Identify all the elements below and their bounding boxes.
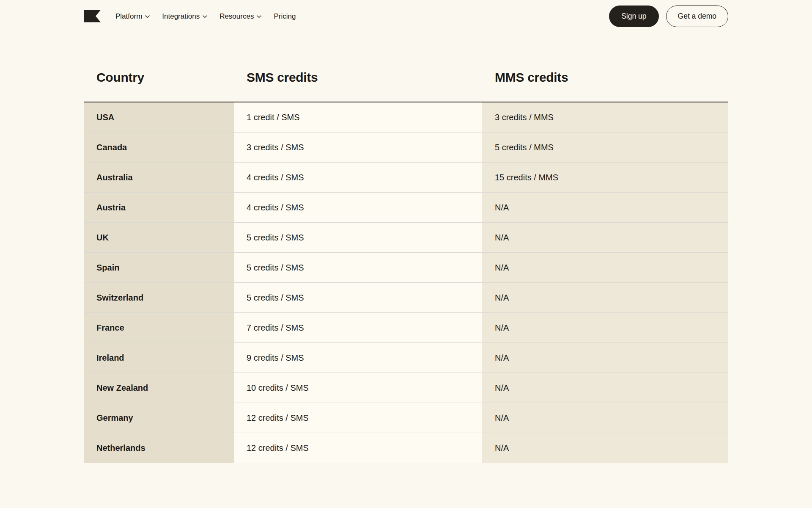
sms-credits-cell: 5 credits / SMS — [234, 223, 482, 252]
mms-credits-cell: N/A — [482, 193, 728, 222]
nav-item-label: Pricing — [274, 13, 296, 20]
table-row: USA 1 credit / SMS 3 credits / MMS — [84, 102, 728, 133]
country-cell: New Zealand — [84, 373, 234, 403]
sms-credits-cell: 1 credit / SMS — [234, 102, 482, 132]
mms-credits-cell: N/A — [482, 343, 728, 373]
mms-credits-cell: N/A — [482, 283, 728, 312]
sms-credits-cell: 12 credits / SMS — [234, 403, 482, 433]
country-cell: UK — [84, 223, 234, 252]
mms-credits-cell: 15 credits / MMS — [482, 163, 728, 192]
country-cell: Switzerland — [84, 283, 234, 312]
table-row: Australia 4 credits / SMS 15 credits / M… — [84, 163, 728, 193]
table-row: Germany 12 credits / SMS N/A — [84, 403, 728, 433]
mms-credits-cell: 5 credits / MMS — [482, 133, 728, 162]
table-row: New Zealand 10 credits / SMS N/A — [84, 373, 728, 403]
page-content: Country SMS credits MMS credits USA 1 cr… — [0, 32, 812, 463]
chevron-down-icon — [145, 15, 150, 18]
mms-credits-cell: N/A — [482, 403, 728, 433]
table-row: UK 5 credits / SMS N/A — [84, 223, 728, 253]
table-header-row: Country SMS credits MMS credits — [84, 32, 728, 102]
table-row: Ireland 9 credits / SMS N/A — [84, 343, 728, 373]
country-cell: Netherlands — [84, 433, 234, 463]
sms-credits-cell: 7 credits / SMS — [234, 313, 482, 342]
top-navigation: Platform Integrations Resources Pricing … — [0, 0, 812, 32]
sms-credits-cell: 5 credits / SMS — [234, 283, 482, 312]
table-row: France 7 credits / SMS N/A — [84, 313, 728, 343]
main-nav: Platform Integrations Resources Pricing — [115, 13, 296, 20]
header-column-divider — [234, 67, 234, 84]
nav-actions: Sign up Get a demo — [609, 6, 728, 27]
brand-flag-logo-icon[interactable] — [84, 10, 101, 22]
country-cell: Germany — [84, 403, 234, 433]
mms-credits-cell: N/A — [482, 373, 728, 403]
chevron-down-icon — [203, 15, 207, 18]
country-cell: Spain — [84, 253, 234, 282]
table-body: USA 1 credit / SMS 3 credits / MMS Canad… — [84, 102, 728, 463]
sms-credits-cell: 9 credits / SMS — [234, 343, 482, 373]
country-cell: France — [84, 313, 234, 342]
sms-credits-cell: 12 credits / SMS — [234, 433, 482, 463]
sms-credits-cell: 4 credits / SMS — [234, 193, 482, 222]
mms-credits-cell: N/A — [482, 223, 728, 252]
country-cell: Ireland — [84, 343, 234, 373]
nav-item-label: Platform — [115, 13, 142, 20]
mms-credits-cell: N/A — [482, 253, 728, 282]
get-demo-button[interactable]: Get a demo — [666, 6, 728, 27]
nav-item-platform[interactable]: Platform — [115, 13, 150, 20]
nav-item-label: Resources — [219, 13, 254, 20]
table-row: Austria 4 credits / SMS N/A — [84, 193, 728, 223]
sms-credits-cell: 3 credits / SMS — [234, 133, 482, 162]
country-cell: Austria — [84, 193, 234, 222]
table-row: Canada 3 credits / SMS 5 credits / MMS — [84, 133, 728, 163]
nav-item-resources[interactable]: Resources — [219, 13, 261, 20]
sms-credits-cell: 4 credits / SMS — [234, 163, 482, 192]
sms-credits-cell: 5 credits / SMS — [234, 253, 482, 282]
nav-item-label: Integrations — [162, 13, 200, 20]
table-row: Switzerland 5 credits / SMS N/A — [84, 283, 728, 313]
table-row: Spain 5 credits / SMS N/A — [84, 253, 728, 283]
sign-up-button[interactable]: Sign up — [609, 6, 658, 27]
column-header-sms-credits: SMS credits — [234, 70, 482, 85]
country-cell: USA — [84, 102, 234, 132]
sms-credits-cell: 10 credits / SMS — [234, 373, 482, 403]
sms-credits-table: Country SMS credits MMS credits USA 1 cr… — [84, 32, 728, 463]
mms-credits-cell: N/A — [482, 433, 728, 463]
country-cell: Australia — [84, 163, 234, 192]
nav-item-pricing[interactable]: Pricing — [274, 13, 296, 20]
mms-credits-cell: N/A — [482, 313, 728, 342]
country-cell: Canada — [84, 133, 234, 162]
column-header-country: Country — [84, 70, 234, 85]
table-row: Netherlands 12 credits / SMS N/A — [84, 433, 728, 463]
column-header-mms-credits: MMS credits — [482, 70, 728, 85]
chevron-down-icon — [257, 15, 261, 18]
mms-credits-cell: 3 credits / MMS — [482, 102, 728, 132]
nav-item-integrations[interactable]: Integrations — [162, 13, 207, 20]
